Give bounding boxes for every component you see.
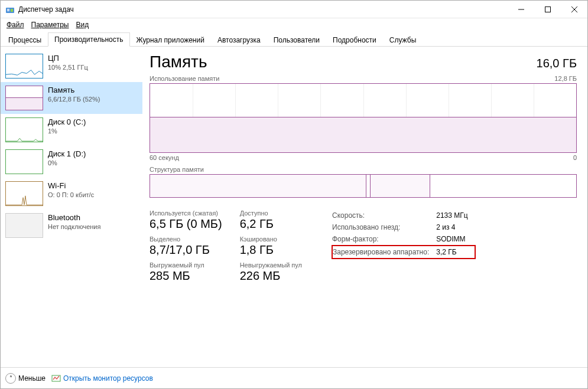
tab-bar: Процессы Производительность Журнал прило… — [1, 31, 587, 47]
menu-view[interactable]: Вид — [72, 19, 92, 30]
footer: ˄ Меньше Открыть монитор ресурсов — [1, 367, 587, 388]
app-icon — [5, 5, 15, 14]
speed-label: Скорость: — [332, 210, 436, 221]
tab-services[interactable]: Службы — [383, 33, 423, 47]
svg-rect-5 — [545, 6, 550, 12]
comp-free — [430, 175, 576, 197]
sidebar-bt-sub: Нет подключения — [48, 223, 100, 230]
sidebar-item-cpu[interactable]: ЦП 10% 2,51 ГГц — [1, 50, 142, 82]
sidebar-cpu-sub: 10% 2,51 ГГц — [48, 64, 88, 71]
total-memory: 16,0 ГБ — [537, 57, 577, 70]
sidebar: ЦП 10% 2,51 ГГц Память 6,6/12,8 ГБ (52%) — [1, 47, 142, 367]
menu-file[interactable]: Файл — [3, 19, 28, 30]
tab-processes[interactable]: Процессы — [2, 33, 48, 47]
tab-users[interactable]: Пользователи — [267, 33, 326, 47]
stat-cached-value: 1,8 ГБ — [240, 243, 302, 257]
memory-composition-chart[interactable] — [150, 174, 577, 198]
cpu-thumb — [5, 54, 43, 79]
disk1-thumb — [5, 149, 43, 174]
window-controls — [508, 1, 587, 18]
stats-left: Используется (сжатая) 6,5 ГБ (0 МБ) Дост… — [150, 210, 302, 283]
menu-options[interactable]: Параметры — [28, 19, 73, 30]
sidebar-item-disk0[interactable]: Диск 0 (C:) 1% — [1, 114, 142, 146]
memory-usage-chart[interactable] — [150, 83, 577, 153]
maximize-button[interactable] — [534, 1, 561, 18]
svg-rect-1 — [7, 9, 9, 10]
form-label: Форм-фактор: — [332, 233, 436, 246]
sidebar-wifi-sub: О: 0 П: 0 кбит/с — [48, 191, 94, 198]
tab-details[interactable]: Подробности — [326, 33, 383, 47]
form-value: SODIMM — [436, 233, 475, 246]
sidebar-disk1-title: Диск 1 (D:) — [48, 149, 86, 158]
menubar: Файл Параметры Вид — [1, 18, 587, 31]
resmon-icon — [51, 374, 61, 383]
time-axis-right: 0 — [573, 154, 577, 161]
minimize-button[interactable] — [508, 1, 534, 18]
comp-standby — [371, 175, 430, 197]
stat-commit-value: 8,7/17,0 ГБ — [150, 243, 222, 257]
chevron-up-icon: ˄ — [5, 373, 16, 384]
sidebar-bt-title: Bluetooth — [48, 213, 100, 222]
tab-app-history[interactable]: Журнал приложений — [130, 33, 211, 47]
page-title: Память — [150, 53, 207, 71]
sidebar-item-wifi[interactable]: Wi-Fi О: 0 П: 0 кбит/с — [1, 178, 142, 210]
sidebar-disk0-sub: 1% — [48, 128, 86, 135]
task-manager-window: Диспетчер задач Файл Параметры Вид Проце… — [0, 0, 588, 389]
disk0-thumb — [5, 117, 43, 142]
stats-right: Скорость: 2133 МГц Использовано гнезд: 2… — [332, 210, 476, 283]
wifi-thumb — [5, 181, 43, 206]
stat-cached-label: Кэшировано — [240, 236, 302, 243]
stats: Используется (сжатая) 6,5 ГБ (0 МБ) Дост… — [150, 210, 577, 283]
window-title: Диспетчер задач — [18, 5, 508, 14]
sidebar-wifi-title: Wi-Fi — [48, 181, 94, 190]
titlebar: Диспетчер задач — [1, 1, 587, 18]
slots-value: 2 из 4 — [436, 221, 475, 233]
sidebar-item-bluetooth[interactable]: Bluetooth Нет подключения — [1, 210, 142, 241]
usage-chart-label: Использование памяти — [150, 75, 219, 82]
time-axis-left: 60 секунд — [150, 154, 179, 161]
stat-commit-label: Выделено — [150, 236, 222, 243]
stat-nonpaged-value: 226 МБ — [240, 269, 302, 283]
stat-inuse-value: 6,5 ГБ (0 МБ) — [150, 217, 222, 231]
bluetooth-thumb — [5, 213, 43, 238]
usage-chart-max: 12,8 ГБ — [554, 75, 577, 82]
sidebar-disk1-sub: 0% — [48, 159, 86, 166]
stat-inuse-label: Используется (сжатая) — [150, 210, 222, 217]
composition-label: Структура памяти — [150, 166, 204, 173]
slots-label: Использовано гнезд: — [332, 221, 436, 233]
comp-modified — [366, 175, 371, 197]
sidebar-memory-title: Память — [48, 86, 100, 94]
stat-nonpaged-label: Невыгружаемый пул — [240, 261, 302, 269]
body: ЦП 10% 2,51 ГГц Память 6,6/12,8 ГБ (52%) — [1, 47, 587, 367]
stat-avail-label: Доступно — [240, 210, 302, 217]
open-resource-monitor-link[interactable]: Открыть монитор ресурсов — [51, 374, 153, 383]
sidebar-disk0-title: Диск 0 (C:) — [48, 117, 86, 126]
speed-value: 2133 МГц — [436, 210, 475, 221]
sidebar-cpu-title: ЦП — [48, 54, 88, 63]
tab-performance[interactable]: Производительность — [48, 32, 129, 47]
stat-avail-value: 6,2 ГБ — [240, 217, 302, 231]
tab-startup[interactable]: Автозагрузка — [211, 33, 267, 47]
svg-rect-3 — [11, 9, 13, 12]
stat-paged-value: 285 МБ — [150, 269, 222, 283]
fewer-details-button[interactable]: ˄ Меньше — [5, 373, 46, 384]
memory-thumb — [5, 86, 43, 110]
reserved-label: Зарезервировано аппаратно: — [332, 246, 436, 259]
sidebar-memory-sub: 6,6/12,8 ГБ (52%) — [48, 96, 100, 103]
svg-rect-2 — [7, 10, 9, 11]
comp-in-use — [150, 175, 366, 197]
close-button[interactable] — [561, 1, 587, 18]
sidebar-item-disk1[interactable]: Диск 1 (D:) 0% — [1, 146, 142, 178]
sidebar-item-memory[interactable]: Память 6,6/12,8 ГБ (52%) — [1, 82, 142, 114]
main-panel: Память 16,0 ГБ Использование памяти 12,8… — [142, 47, 587, 367]
reserved-value: 3,2 ГБ — [436, 246, 475, 259]
stat-paged-label: Выгружаемый пул — [150, 261, 222, 269]
